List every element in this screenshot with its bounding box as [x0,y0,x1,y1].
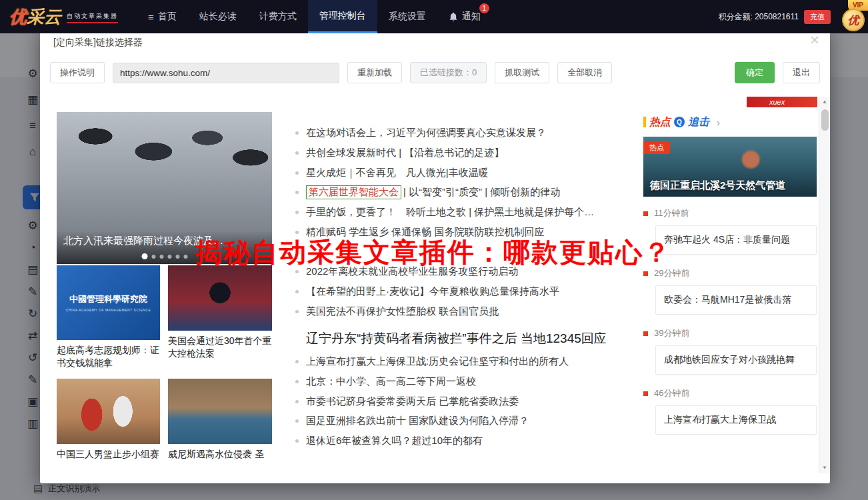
hot-timeline-item: 46分钟前 上海宣布打赢大上海保卫战 [643,387,817,435]
carousel-dot[interactable] [141,253,147,259]
news-photo [57,379,160,444]
bullet-icon [295,310,299,313]
photo-caption: 威尼斯遇高水位侵袭 圣 [168,448,272,461]
headline-text: 退休近6年被查算久吗？超过10年的都有 [306,435,483,447]
bullet-icon [295,171,299,175]
headline-text: 美国宪法不再保护女性堕胎权 联合国官员批 [306,305,499,318]
hot-news-link[interactable]: 上海宣布打赢大上海保卫战 [655,405,817,435]
logo-subtitle: 自动文章采集器 [67,12,118,23]
bullet-icon [295,360,299,363]
headline-link[interactable]: 共创全球发展新时代 | 【沿着总书记的足迹】 [295,143,679,163]
headline-link[interactable]: 在这场对话会上，习近平为何强调要真心实意谋发展？ [295,123,679,143]
hot-news-link[interactable]: 欧委会：马航MH17是被俄击落 [655,285,817,315]
timeline-marker-icon [643,331,648,336]
bullet-icon [295,151,299,155]
photo-caption: 美国会通过近30年首个重大控枪法案 [168,335,272,360]
nav-item-notifications[interactable]: 通知 1 [437,0,492,33]
topbar: 优采云 自动文章采集器 ≡ 首页 站长必读 计费方式 管理控制台 系统设置 通知… [0,0,868,33]
confirm-button[interactable]: 确定 [735,62,775,83]
headline-text: 辽宁丹东“持黄码者看病被拦”事件之后 当地12345回应 [306,330,607,347]
headline-text: 星火成炬｜不舍再见 凡人微光|丰收温暖 [306,167,489,179]
q-logo-icon: Q [674,117,685,127]
nav-item-settings[interactable]: 系统设置 [377,0,437,33]
carousel-dot[interactable] [159,255,163,259]
bullet-icon [295,131,299,135]
dialog-toolbar: 操作说明 重新加载 已选链接数：0 抓取测试 全部取消 确定 退出 [50,61,820,84]
carousel-dot[interactable] [167,255,171,259]
news-photo: 中國管理科學研究院 CHINA ACADEMY OF MANAGEMENT SC… [57,265,160,340]
scroll-up-icon[interactable]: ▲ [819,97,830,107]
recharge-button[interactable]: 充值 [804,10,831,24]
close-icon[interactable]: × [810,32,819,48]
link-selector-dialog: [定向采集]链接选择器 × 操作说明 重新加载 已选链接数：0 抓取测试 全部取… [40,27,830,483]
selected-link-highlight: 第六届世界智能大会 [306,185,401,199]
selected-count-button[interactable]: 已选链接数：0 [410,62,487,83]
bullet-icon [295,191,299,194]
notification-badge: 1 [479,3,489,13]
photo-caption: 起底高考志愿规划师：证书交钱就能拿 [57,344,160,369]
headline-text: 在这场对话会上，习近平为何强调要真心实意谋发展？ [306,127,546,139]
headline-link[interactable]: 手里的饭，更香了！ 聆听土地之歌 | 保护黑土地就是保护每个… [295,203,679,223]
promo-ribbon[interactable]: xuex [747,97,817,107]
headline-text: 上海宣布打赢大上海保卫战:历史会记住坚守和付出的所有人 [306,355,569,368]
bullet-icon [295,290,299,293]
carousel-dot[interactable] [151,255,155,259]
headline-text: 国足亚洲排名跌出前十 国家队建设为何陷入停滞？ [306,415,529,427]
headline-link[interactable]: 北京：中小学、高一高二等下周一返校 [295,372,679,392]
chevron-right-icon[interactable]: › [717,117,720,128]
credits-amount: 积分金额: 2050821611 [718,11,799,23]
url-input[interactable] [113,63,339,83]
headline-link[interactable]: 【在希望的田野上·麦收记】今年夏粮收购总量保持高水平 [295,282,679,302]
nav-item-home[interactable]: ≡ 首页 [137,0,188,33]
headline-link[interactable]: 退休近6年被查算久吗？超过10年的都有 [295,431,679,451]
nav-item-console[interactable]: 管理控制台 [308,0,377,33]
logo-text: 优采云 [9,8,61,25]
reload-button[interactable]: 重新加载 [347,62,402,83]
app-logo[interactable]: 优采云 自动文章采集器 [9,8,118,25]
hot-news-link[interactable]: 成都地铁回应女子对小孩跳艳舞 [655,345,817,375]
photo-card[interactable]: 中国三人男篮止步小组赛 [57,379,160,461]
bullet-icon [295,439,299,443]
headline-link[interactable]: 辽宁丹东“持黄码者看病被拦”事件之后 当地12345回应 [295,325,679,352]
embedded-page-preview: xuex 北方入汛来最强降雨过程今夜波及… 中國管理科學研究院 CHINA AC… [40,97,830,473]
exit-button[interactable]: 退出 [783,62,820,83]
brand-seal[interactable]: 优 [842,9,865,31]
carousel-dot[interactable] [183,255,187,259]
hot-pursuit-header[interactable]: 热点 Q 追击 › [643,115,817,129]
timeline-marker-icon [643,211,648,216]
bullet-icon [295,400,299,403]
photo-card[interactable]: 美国会通过近30年首个重大控枪法案 [168,265,272,369]
photo-card[interactable]: 威尼斯遇高水位侵袭 圣 [168,379,272,461]
hot-timeline-item: 29分钟前 欧委会：马航MH17是被俄击落 [643,267,817,315]
scrollbar-thumb[interactable] [821,109,829,131]
headline-link[interactable]: 上海宣布打赢大上海保卫战:历史会记住坚守和付出的所有人 [295,352,679,372]
scroll-down-icon[interactable]: ▼ [819,463,830,473]
timeline-marker-icon [643,271,648,276]
nav-item-webmaster-guide[interactable]: 站长必读 [188,0,248,33]
hot-news-link[interactable]: 奔驰车起火 4S店：非质量问题 [655,225,817,255]
photo-caption: 中国三人男篮止步小组赛 [57,448,160,461]
photo-card[interactable]: 中國管理科學研究院 CHINA ACADEMY OF MANAGEMENT SC… [57,265,160,369]
headline-text: 【在希望的田野上·麦收记】今年夏粮收购总量保持高水平 [306,285,559,298]
hot-time-row: 39分钟前 [643,327,817,339]
headline-link[interactable]: 市委书记跻身省委常委两天后 已掌舵省委政法委 [295,391,679,411]
crawl-test-button[interactable]: 抓取测试 [495,62,549,83]
headline-text: 北京：中小学、高一高二等下周一返校 [306,375,476,388]
headline-link[interactable]: 美国宪法不再保护女性堕胎权 联合国官员批 [295,301,679,321]
news-photo [168,265,272,331]
bullet-icon [295,211,299,214]
dialog-title: [定向采集]链接选择器 [53,37,143,49]
carousel-dot[interactable] [175,255,179,259]
headline-text: | 以“智变”引“质变” | 倾听创新的律动 [403,186,560,199]
nav-item-billing[interactable]: 计费方式 [248,0,308,33]
accent-bar [643,117,646,127]
hot-lead-photo[interactable]: 热点 德国正重启北溪2号天然气管道 [643,137,817,197]
hot-timeline-item: 39分钟前 成都地铁回应女子对小孩跳艳舞 [643,327,817,375]
preview-scrollbar[interactable]: ▲ ▼ [819,97,830,473]
headline-text: 手里的饭，更香了！ 聆听土地之歌 | 保护黑土地就是保护每个… [306,206,594,219]
headline-link[interactable]: 国足亚洲排名跌出前十 国家队建设为何陷入停滞？ [295,411,679,431]
headline-link[interactable]: 星火成炬｜不舍再见 凡人微光|丰收温暖 [295,163,679,183]
help-button[interactable]: 操作说明 [50,62,105,83]
headline-link[interactable]: 第六届世界智能大会 | 以“智变”引“质变” | 倾听创新的律动 [295,183,679,203]
cancel-all-button[interactable]: 全部取消 [557,62,612,83]
